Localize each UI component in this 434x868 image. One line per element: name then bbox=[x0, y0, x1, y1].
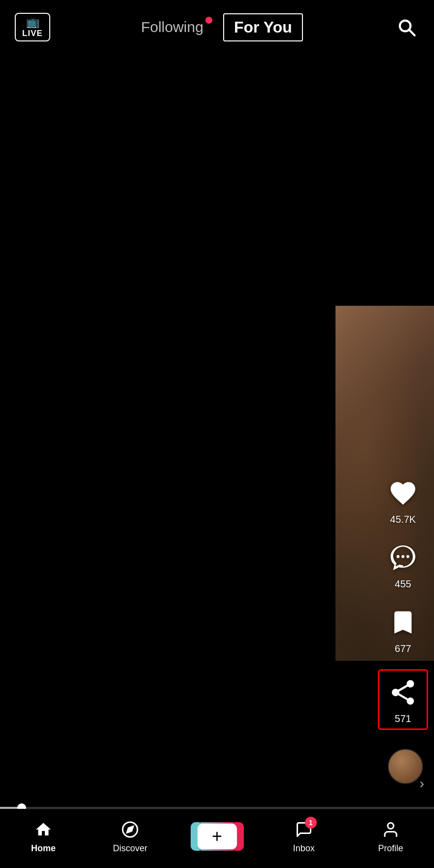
home-icon-svg bbox=[34, 821, 52, 838]
like-action[interactable]: 45.7K bbox=[385, 475, 421, 525]
top-navigation: 📺 LIVE Following For You bbox=[0, 0, 434, 54]
share-action[interactable]: 571 bbox=[378, 669, 428, 730]
discover-label: Discover bbox=[113, 843, 147, 854]
comment-count: 455 bbox=[395, 579, 411, 590]
discover-icon bbox=[119, 819, 141, 840]
side-actions: 45.7K 455 677 571 bbox=[378, 475, 428, 730]
heart-icon bbox=[388, 478, 418, 508]
live-button[interactable]: 📺 LIVE bbox=[15, 13, 50, 41]
next-arrow[interactable]: › bbox=[420, 776, 424, 792]
inbox-icon-wrap: 1 bbox=[293, 819, 315, 840]
creator-avatar[interactable] bbox=[388, 749, 423, 784]
nav-item-home[interactable]: Home bbox=[0, 819, 87, 854]
bottom-navigation: Home Discover + 1 Inbox bbox=[0, 809, 434, 868]
comment-icon-wrap bbox=[385, 540, 421, 576]
svg-point-3 bbox=[401, 555, 404, 558]
nav-item-inbox[interactable]: 1 Inbox bbox=[261, 819, 347, 854]
discover-icon-svg bbox=[121, 821, 139, 838]
foryou-tab[interactable]: For You bbox=[223, 13, 303, 41]
share-count: 571 bbox=[395, 713, 411, 724]
following-tab[interactable]: Following bbox=[141, 19, 203, 36]
like-icon-wrap bbox=[385, 475, 421, 511]
live-tv-icon: 📺 bbox=[26, 16, 39, 29]
comment-action[interactable]: 455 bbox=[385, 540, 421, 590]
like-count: 45.7K bbox=[390, 514, 416, 525]
svg-line-1 bbox=[409, 30, 415, 36]
svg-point-7 bbox=[388, 823, 394, 829]
save-icon-wrap bbox=[385, 605, 421, 640]
profile-icon-svg bbox=[382, 821, 400, 838]
avatar-image bbox=[388, 749, 423, 784]
nav-item-discover[interactable]: Discover bbox=[87, 819, 173, 854]
following-label: Following bbox=[141, 19, 203, 35]
home-label: Home bbox=[31, 843, 56, 854]
home-icon bbox=[33, 819, 54, 840]
create-button-inner: + bbox=[198, 824, 237, 849]
bookmark-icon bbox=[388, 608, 418, 637]
search-icon bbox=[397, 17, 416, 37]
svg-point-2 bbox=[397, 555, 400, 558]
nav-item-create[interactable]: + bbox=[173, 822, 260, 851]
profile-label: Profile bbox=[378, 843, 403, 854]
share-icon-wrap bbox=[385, 675, 421, 710]
inbox-badge-count: 1 bbox=[305, 817, 317, 829]
save-count: 677 bbox=[395, 643, 411, 654]
video-area[interactable] bbox=[0, 0, 434, 809]
comment-icon bbox=[388, 543, 418, 573]
profile-icon bbox=[380, 819, 401, 840]
nav-item-profile[interactable]: Profile bbox=[347, 819, 434, 854]
save-action[interactable]: 677 bbox=[385, 605, 421, 654]
plus-icon: + bbox=[212, 828, 222, 845]
inbox-label: Inbox bbox=[293, 843, 315, 854]
svg-marker-6 bbox=[127, 827, 134, 833]
svg-point-4 bbox=[406, 555, 409, 558]
create-button[interactable]: + bbox=[196, 822, 239, 851]
nav-center: Following For You bbox=[141, 13, 303, 41]
search-button[interactable] bbox=[394, 14, 419, 40]
following-notification-dot bbox=[205, 17, 212, 24]
share-icon bbox=[388, 678, 418, 707]
live-label: LIVE bbox=[22, 29, 43, 38]
